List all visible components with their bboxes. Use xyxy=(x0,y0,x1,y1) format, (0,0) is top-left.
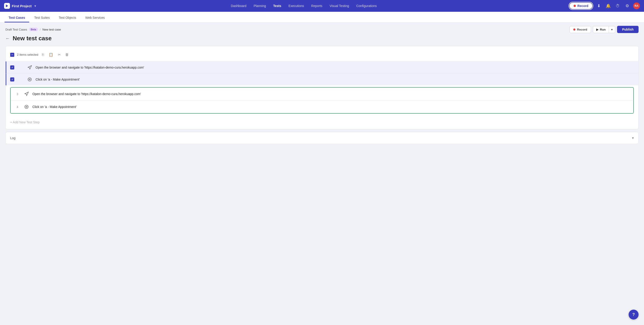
group-container: 3 Open the browser and navigate to 'http… xyxy=(10,87,634,114)
nav-configurations[interactable]: Configurations xyxy=(353,3,380,9)
test-step-1: Open the browser and navigate to 'https:… xyxy=(6,61,638,73)
step-4-click-icon xyxy=(24,104,29,109)
svg-point-2 xyxy=(28,78,32,81)
step-3-navigate-icon xyxy=(24,91,29,97)
breadcrumb: Draft Test Cases Beta / New test case xyxy=(6,28,61,31)
svg-point-6 xyxy=(26,106,27,107)
select-all-checkbox[interactable] xyxy=(10,53,14,57)
selection-count: 2 items selected xyxy=(17,53,38,56)
back-button[interactable]: ← xyxy=(6,36,10,41)
avatar[interactable]: RA xyxy=(633,2,640,9)
add-new-test-step-button[interactable]: + Add New Test Step xyxy=(6,115,638,129)
log-label: Log xyxy=(10,136,16,140)
record-button[interactable]: Record xyxy=(570,26,591,33)
selection-toolbar: 2 items selected ⎘ 📋 ✂ 🗑 xyxy=(6,52,638,61)
nav-reports[interactable]: Reports xyxy=(308,3,326,9)
settings-icon[interactable]: ⚙ xyxy=(624,2,631,9)
record-dot-icon xyxy=(574,5,576,7)
run-chevron-icon: ▾ xyxy=(611,28,613,31)
nav-planning[interactable]: Planning xyxy=(250,3,269,9)
step-1-navigate-icon xyxy=(27,65,32,70)
step-1-text: Open the browser and navigate to 'https:… xyxy=(36,66,634,69)
beta-badge: Beta xyxy=(29,28,38,31)
test-step-4: 4 Click on 'a - Make Appointment' xyxy=(11,100,633,113)
run-group: ▶ Run ▾ xyxy=(593,26,615,33)
page-title: New test case xyxy=(13,35,52,42)
cut-icon[interactable]: ✂ xyxy=(57,52,62,58)
tab-test-suites[interactable]: Test Suites xyxy=(30,13,54,22)
step-3-text: Open the browser and navigate to 'https:… xyxy=(32,92,630,96)
nav-dashboard[interactable]: Dashboard xyxy=(228,3,250,9)
top-navigation: First Project ▾ Dashboard Planning Tests… xyxy=(0,0,644,12)
step-3-num: 3 xyxy=(14,92,20,96)
history-icon[interactable]: ⏱ xyxy=(614,2,621,9)
log-chevron-icon: ▾ xyxy=(632,136,634,140)
nav-visual-testing[interactable]: Visual Testing xyxy=(326,3,352,9)
publish-button[interactable]: Publish xyxy=(617,26,638,33)
svg-point-3 xyxy=(29,79,30,80)
breadcrumb-toolbar-area: Draft Test Cases Beta / New test case Re… xyxy=(0,23,644,34)
nav-tests[interactable]: Tests xyxy=(270,3,285,9)
run-play-icon: ▶ xyxy=(596,28,598,31)
copy-icon[interactable]: ⎘ xyxy=(41,52,45,58)
main-content: 2 items selected ⎘ 📋 ✂ 🗑 Open the browse… xyxy=(0,46,644,149)
sub-navigation: Test Cases Test Suites Test Objects Web … xyxy=(0,12,644,23)
notifications-icon[interactable]: 🔔 xyxy=(604,2,612,9)
breadcrumb-draft[interactable]: Draft Test Cases xyxy=(6,28,27,31)
run-button[interactable]: ▶ Run xyxy=(593,26,609,33)
nav-links: Dashboard Planning Tests Executions Repo… xyxy=(39,3,569,9)
test-step-3: 3 Open the browser and navigate to 'http… xyxy=(11,88,633,100)
topnav-actions: Record ⬇ 🔔 ⏱ ⚙ RA xyxy=(569,2,640,9)
step-4-text: Click on 'a - Make Appointment' xyxy=(32,105,630,109)
step-1-checkbox[interactable] xyxy=(10,65,14,69)
svg-point-5 xyxy=(25,105,28,109)
add-step-label: + Add New Test Step xyxy=(10,120,40,124)
tab-web-services[interactable]: Web Services xyxy=(81,13,109,22)
step-2-checkbox[interactable] xyxy=(10,77,14,81)
paste-icon[interactable]: 📋 xyxy=(48,52,54,58)
project-chevron-icon[interactable]: ▾ xyxy=(34,4,36,8)
record-button-label: Record xyxy=(577,28,587,31)
tab-test-cases[interactable]: Test Cases xyxy=(4,13,29,22)
svg-marker-1 xyxy=(28,66,32,69)
record-button-top-label: Record xyxy=(578,4,588,8)
nav-executions[interactable]: Executions xyxy=(285,3,307,9)
logo[interactable]: First Project ▾ xyxy=(4,3,36,9)
help-icon: ? xyxy=(632,312,635,317)
breadcrumb-current: New test case xyxy=(42,28,61,31)
toolbar: Record ▶ Run ▾ Publish xyxy=(570,26,638,33)
delete-icon[interactable]: 🗑 xyxy=(64,52,70,58)
svg-marker-0 xyxy=(6,4,8,7)
record-dot-icon xyxy=(573,28,576,30)
step-2-text: Click on 'a - Make Appointment' xyxy=(36,78,634,81)
download-icon[interactable]: ⬇ xyxy=(595,2,602,9)
project-name: First Project xyxy=(12,4,32,8)
log-panel[interactable]: Log ▾ xyxy=(6,132,638,144)
help-button[interactable]: ? xyxy=(628,310,638,320)
content-card: 2 items selected ⎘ 📋 ✂ 🗑 Open the browse… xyxy=(6,46,638,129)
page-title-area: ← New test case xyxy=(0,34,644,46)
run-dropdown-button[interactable]: ▾ xyxy=(609,26,615,33)
svg-marker-4 xyxy=(25,92,28,96)
step-2-click-icon xyxy=(27,77,32,82)
step-4-num: 4 xyxy=(14,105,20,109)
run-button-label: Run xyxy=(600,28,606,31)
logo-icon xyxy=(4,3,10,9)
record-button-top[interactable]: Record xyxy=(569,2,593,9)
test-step-2: Click on 'a - Make Appointment' xyxy=(6,73,638,85)
tab-test-objects[interactable]: Test Objects xyxy=(54,13,80,22)
breadcrumb-separator: / xyxy=(40,28,41,31)
